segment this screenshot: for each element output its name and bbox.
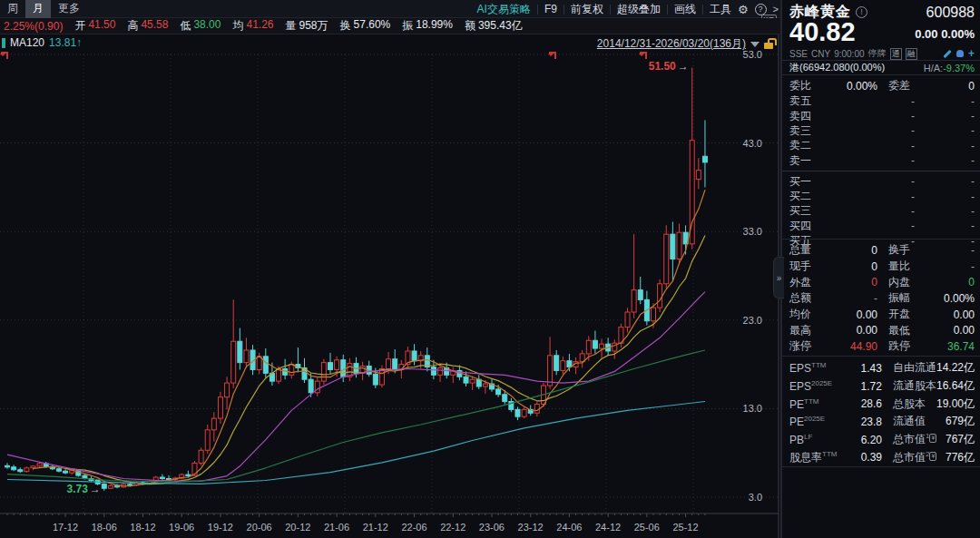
help-icon[interactable]: ?: [755, 4, 767, 15]
event-marker-icon: [549, 52, 556, 59]
stat-pair-0: 开41.50: [74, 18, 115, 34]
candle-body: [671, 234, 675, 259]
toolbar-tools[interactable]: 工具: [710, 2, 731, 17]
x-axis-label: 23-12: [518, 522, 544, 533]
toolbar-ai-strategy[interactable]: AI交易策略: [477, 2, 531, 17]
candle-body: [496, 389, 501, 395]
order-ratio-row: 委比0.00%委差0: [782, 78, 980, 94]
chart-toolbar: AI交易策略 F9 前复权 超级叠加 画线 工具 ⚙ ? >: [477, 0, 779, 18]
candle-body: [438, 368, 443, 376]
tab-more[interactable]: 更多: [51, 0, 87, 18]
detail-stat-row: 外盘0内盘0: [782, 274, 980, 290]
dropdown-arrow-icon[interactable]: [750, 42, 760, 47]
x-axis-label: 18-06: [92, 522, 117, 533]
x-axis-label: 19-12: [208, 522, 233, 533]
stat-pair-1: 高45.58: [127, 18, 168, 34]
y-axis-label: 3.0: [749, 492, 762, 503]
monthly-stats-bar: 2.25%(0.90) 开41.50高45.58低38.00均41.26量958…: [0, 18, 780, 34]
chevron-right-icon[interactable]: >: [773, 4, 779, 15]
candle-body: [218, 397, 222, 418]
edit-icon[interactable]: [943, 49, 951, 57]
candle-body: [554, 356, 559, 371]
y-axis-label: 13.0: [743, 403, 762, 414]
ma-legend: MA120 13.81↑: [2, 36, 82, 49]
x-axis-label: 22-06: [401, 522, 426, 533]
fundamental-row: PBLF6.20总市值1¥767亿: [782, 431, 980, 449]
tab-month[interactable]: 月: [25, 0, 51, 18]
x-axis-label: 24-06: [556, 522, 582, 533]
candle-body: [211, 418, 216, 430]
candle-body: [387, 359, 391, 369]
candle-body: [483, 384, 487, 386]
toolbar-draw-line[interactable]: 画线: [674, 2, 696, 17]
candle-body: [638, 290, 642, 300]
info-icon[interactable]: !: [856, 6, 867, 18]
toolbar-separator: [667, 5, 668, 15]
alert-bell-icon[interactable]: [956, 50, 964, 57]
candle-body: [56, 469, 61, 471]
tab-week[interactable]: 周: [0, 0, 25, 18]
detail-stat-row: 总额-振幅0.00%: [782, 290, 980, 307]
candle-body: [108, 485, 113, 488]
fundamental-row: PE2025E23.8流通值679亿: [782, 413, 980, 431]
add-watchlist-icon[interactable]: +: [968, 49, 975, 58]
toolbar-super-overlay[interactable]: 超级叠加: [617, 2, 661, 17]
toolbar-separator: [610, 5, 611, 15]
candle-body: [309, 379, 313, 393]
candle-body: [160, 477, 164, 479]
candle-body: [696, 171, 701, 180]
detail-stats: 总量0换手-现手0量比-外盘0内盘0总额-振幅0.00%均价0.00开盘0.00…: [782, 242, 980, 355]
badge-tong: 通: [890, 48, 902, 60]
date-range-control[interactable]: 2014/12/31-2026/03/20(136月): [597, 36, 773, 52]
gear-icon[interactable]: ⚙: [738, 3, 749, 16]
fundamental-row: 股息率TTM0.39总市值2¥776亿: [782, 448, 980, 466]
x-axis-label: 25-12: [672, 522, 698, 533]
candle-body: [464, 377, 468, 383]
candle-body: [470, 379, 475, 383]
candle-body: [341, 360, 346, 377]
toolbar-f9[interactable]: F9: [544, 3, 557, 15]
candle-body: [586, 340, 591, 354]
x-axis-label: 17-12: [53, 522, 78, 533]
detail-stat-row: 总量0换手-: [782, 242, 980, 259]
candle-body: [625, 312, 630, 328]
candle-body: [321, 363, 326, 381]
candle-body: [18, 470, 23, 472]
x-axis-label: 21-06: [324, 522, 349, 533]
last-price: 40.82: [789, 18, 856, 45]
candle-body: [561, 361, 565, 371]
ask-row: 卖二--: [782, 139, 980, 153]
detail-stat-row: 涨停44.90跌停36.74: [782, 338, 980, 355]
ma-line-MA10: [65, 236, 705, 484]
candle-body: [476, 379, 481, 386]
quote-time: 9:00:00: [834, 49, 864, 59]
candle-body: [24, 468, 29, 472]
candle-body: [186, 474, 191, 476]
unlock-icon[interactable]: [764, 43, 773, 49]
ha-premium-label: H/A:: [924, 63, 943, 73]
ma-line-MA5: [34, 190, 706, 486]
candle-body: [115, 485, 120, 487]
ha-premium-value: -9.37%: [943, 63, 975, 73]
stat-pair-5: 换57.60%: [340, 18, 391, 34]
x-axis-label: 20-06: [247, 522, 272, 533]
candle-body: [600, 344, 604, 348]
candle-body: [5, 465, 10, 467]
fundamental-row: EPSTTM1.43自由流通14.22亿: [782, 359, 980, 377]
y-axis-label: 23.0: [743, 315, 762, 326]
toolbar-forward-adjust[interactable]: 前复权: [571, 2, 603, 17]
toolbar-separator: [702, 5, 703, 15]
detail-stat-row: 均价0.00开盘0.00: [782, 307, 980, 323]
candle-body: [64, 471, 68, 473]
candle-body: [522, 409, 526, 416]
candle-body: [412, 351, 416, 361]
candle-body: [431, 367, 436, 376]
date-range-label[interactable]: 2014/12/31-2026/03/20(136月): [597, 36, 746, 52]
bid-row: 买三--: [782, 204, 980, 219]
quote-header: 赤峰黄金 ! 600988 40.82 0.00 0.00% SSE CNY 9…: [782, 0, 980, 60]
ma-line-MA120: [7, 402, 705, 484]
ma-swatch-icon: [2, 38, 5, 48]
candlestick-chart[interactable]: 53.043.033.023.013.03.017-1218-0618-1219…: [0, 34, 780, 538]
quote-panel: » 赤峰黄金 ! 600988 40.82 0.00 0.00% SSE CNY…: [782, 0, 980, 538]
candle-body: [31, 466, 35, 468]
